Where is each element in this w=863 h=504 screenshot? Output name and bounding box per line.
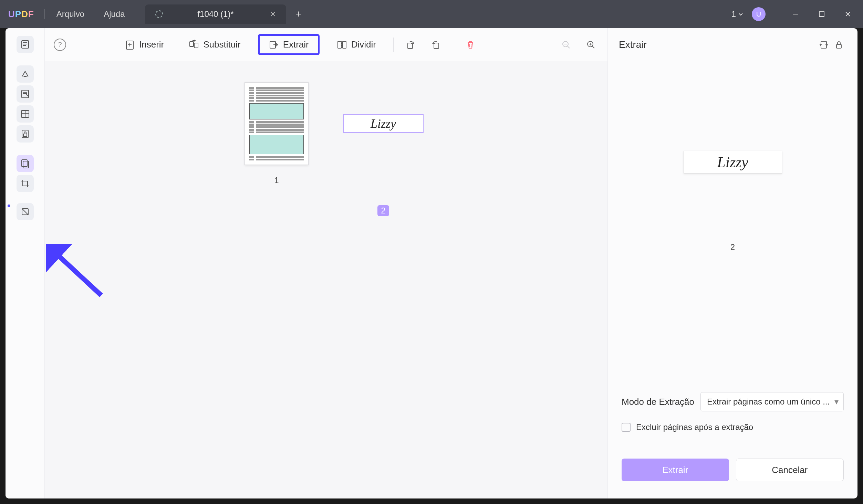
sidebar-reader-icon[interactable] — [17, 36, 34, 53]
tab-count-dropdown[interactable]: 1 — [731, 9, 744, 19]
svg-line-19 — [53, 251, 101, 295]
document-tab[interactable]: f1040 (1)* ✕ — [145, 4, 286, 24]
insert-button[interactable]: Inserir — [117, 35, 171, 54]
separator — [776, 9, 776, 19]
extract-preview-page[interactable]: Lizzy — [684, 151, 782, 174]
page-thumbnail-2[interactable]: Lizzy — [343, 114, 424, 133]
extraction-mode-label: Modo de Extração — [622, 397, 694, 407]
split-icon — [337, 40, 347, 50]
page-number-1: 1 — [274, 176, 279, 185]
page-number-2: 2 — [377, 205, 389, 216]
svg-rect-5 — [23, 134, 27, 137]
rotate-left-button[interactable] — [403, 37, 418, 52]
replace-label: Substituir — [203, 39, 240, 50]
delete-after-label[interactable]: Excluir páginas após a extração — [636, 422, 753, 432]
panel-title: Extrair — [619, 39, 816, 50]
split-button[interactable]: Dividir — [329, 35, 384, 54]
user-avatar[interactable]: U — [752, 7, 766, 21]
delete-after-checkbox[interactable] — [622, 423, 631, 432]
titlebar: UPDF Arquivo Ajuda f1040 (1)* ✕ + 1 U — [0, 0, 863, 28]
svg-rect-0 — [819, 12, 824, 17]
extract-icon — [269, 40, 279, 50]
thumbnail-column-1: 1 — [245, 82, 309, 185]
cancel-button[interactable]: Cancelar — [736, 459, 844, 481]
tab-title: f1040 (1)* — [169, 9, 262, 19]
separator — [393, 38, 394, 52]
sidebar-organize-pages-icon[interactable] — [17, 155, 34, 172]
minimize-button[interactable] — [787, 7, 804, 21]
panel-footer: Modo de Extração Extrair páginas como um… — [608, 392, 857, 498]
separator — [453, 38, 453, 52]
tab-count-value: 1 — [731, 9, 736, 19]
extract-confirm-button[interactable]: Extrair — [622, 459, 729, 481]
extract-preview-number: 2 — [730, 242, 735, 252]
rotate-right-button[interactable] — [428, 37, 443, 52]
main-area: ? Inserir Substituir Extrair Dividir — [45, 28, 607, 498]
close-tab-icon[interactable]: ✕ — [269, 10, 277, 18]
menu-file[interactable]: Arquivo — [47, 9, 94, 19]
sidebar-protect-icon[interactable] — [17, 125, 34, 143]
svg-rect-13 — [338, 41, 341, 48]
zoom-out-button[interactable] — [559, 37, 574, 52]
tab-file-icon — [155, 10, 163, 18]
svg-rect-21 — [836, 44, 841, 48]
svg-rect-14 — [343, 41, 346, 48]
left-sidebar — [6, 28, 45, 498]
annotation-arrow — [46, 244, 108, 299]
help-button[interactable]: ? — [54, 39, 66, 51]
split-label: Dividir — [351, 39, 376, 50]
svg-rect-11 — [194, 43, 198, 48]
sidebar-edit-icon[interactable] — [17, 85, 34, 103]
form-preview — [247, 85, 306, 162]
delete-button[interactable] — [463, 37, 478, 52]
app-frame: ? Inserir Substituir Extrair Dividir — [6, 28, 857, 498]
extract-label: Extrair — [283, 39, 309, 50]
menu-help[interactable]: Ajuda — [94, 9, 134, 19]
svg-rect-10 — [190, 42, 194, 46]
panel-body: Lizzy 2 — [608, 61, 857, 392]
close-window-button[interactable] — [839, 7, 857, 21]
page-toolbar: ? Inserir Substituir Extrair Dividir — [45, 28, 607, 61]
chevron-down-icon — [738, 11, 744, 17]
separator — [622, 446, 844, 446]
page-thumbnail-1[interactable] — [245, 82, 309, 165]
insert-icon — [125, 40, 135, 50]
sidebar-comment-icon[interactable] — [17, 65, 34, 83]
maximize-button[interactable] — [813, 7, 831, 21]
zoom-in-button[interactable] — [583, 37, 599, 52]
sidebar-redact-icon[interactable] — [17, 203, 34, 220]
replace-icon — [189, 40, 199, 50]
page-range-button[interactable] — [816, 37, 831, 52]
replace-button[interactable]: Substituir — [181, 35, 248, 54]
sidebar-crop-icon[interactable] — [17, 175, 34, 192]
thumbnail-column-2: Lizzy 2 — [343, 82, 424, 216]
sidebar-form-icon[interactable] — [17, 105, 34, 123]
active-indicator-dot — [8, 204, 10, 207]
extract-panel: Extrair Lizzy 2 Modo de Extração Extrair… — [607, 28, 857, 498]
separator — [44, 9, 45, 19]
insert-label: Inserir — [139, 39, 164, 50]
app-logo: UPDF — [0, 9, 42, 20]
extract-button[interactable]: Extrair — [258, 34, 320, 55]
panel-header: Extrair — [608, 28, 857, 61]
new-tab-button[interactable]: + — [286, 8, 312, 20]
lock-button[interactable] — [831, 37, 846, 52]
page-thumbnails-area: 1 Lizzy 2 — [45, 61, 607, 498]
extraction-mode-select[interactable]: Extrair páginas como um único ... — [700, 392, 844, 411]
